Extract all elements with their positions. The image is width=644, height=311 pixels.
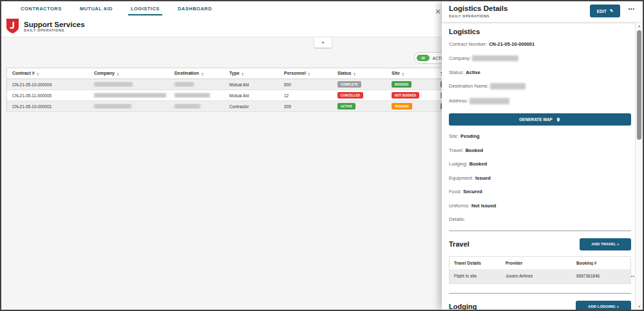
panel-body: Logistics Contract Number:CN-21-05-10-00… <box>442 23 635 310</box>
logistics-section-heading: Logistics <box>449 28 631 35</box>
site-badge: PENDING <box>392 103 412 109</box>
field-contract-number: Contract Number:CN-21-05-10-000001 <box>449 41 631 47</box>
cell-site: PENDING <box>386 103 435 109</box>
panel-title: Logistics Details <box>449 5 507 12</box>
sort-icon[interactable]: ▲▼ <box>402 72 404 76</box>
pencil-icon: ✎ <box>610 8 613 14</box>
sort-icon[interactable]: ▲▼ <box>201 72 204 76</box>
app-subtitle: DAILY OPERATIONS <box>24 28 85 32</box>
main-area: CONTRACTORS MUTUAL AID LOGISTICS DASHBOA… <box>1 1 442 310</box>
field-equipment: Equipment:Issued <box>449 175 631 181</box>
tab-contractors[interactable]: CONTRACTORS <box>21 1 62 15</box>
scroll-up-icon[interactable]: ▲ <box>636 24 643 28</box>
cell-destination-redacted <box>169 82 224 87</box>
field-details: Details: <box>449 216 631 222</box>
col-header-type[interactable]: Type▲▼ <box>224 71 279 75</box>
app-header: Support Services DAILY OPERATIONS <box>1 15 444 37</box>
cell-contract: CN-21-05-10-000001 <box>7 104 89 109</box>
table-row[interactable]: CN-21-05-10-000004 Mutual Aid 500 COMPLE… <box>7 79 451 90</box>
site-badge: BOOKED <box>392 81 412 88</box>
cell-company-redacted <box>89 82 169 87</box>
travel-table-header-row: Travel Details Provider Booking # <box>450 257 630 269</box>
juvare-shield-logo <box>6 19 19 33</box>
close-icon: ✕ <box>435 8 440 16</box>
col-header-company[interactable]: Company▲▼ <box>89 71 169 75</box>
field-company: Company: <box>449 55 631 62</box>
section-divider <box>449 293 631 294</box>
ellipsis-icon: ••• <box>629 6 635 11</box>
lodging-section-header: Lodging ADD LODGING + <box>449 301 631 310</box>
cell-personnel: 205 <box>279 104 332 109</box>
panel-header: Logistics Details DAILY OPERATIONS EDIT … <box>442 1 643 23</box>
scroll-down-icon[interactable]: ▼ <box>636 305 643 308</box>
travel-cell-booking: 6587361846 <box>572 274 631 278</box>
map-pin-icon <box>556 117 561 122</box>
field-travel: Travel:Booked <box>449 147 631 153</box>
field-status: Status:Active <box>449 70 631 75</box>
field-address: Address: <box>449 98 631 104</box>
field-uniforms: Uniforms:Not Issued <box>449 203 631 209</box>
add-travel-button[interactable]: ADD TRAVEL + <box>580 238 631 250</box>
table-row[interactable]: CN-21-05-10-000001 Contractor 205 ACTIVE… <box>7 101 451 112</box>
cell-contract: CN-21-05-10-000004 <box>7 82 89 87</box>
travel-cell-provider: Juvare Airlines <box>501 274 572 278</box>
travel-table-row[interactable]: Flight to site Juvare Airlines 658736184… <box>450 269 630 283</box>
travel-section-heading: Travel <box>449 240 469 248</box>
logistics-details-panel: Logistics Details DAILY OPERATIONS EDIT … <box>442 1 643 310</box>
field-site: Site:Pending <box>449 133 631 139</box>
site-badge: NOT BOOKED <box>392 92 419 99</box>
cell-company-redacted <box>89 93 169 98</box>
status-badge: COMPLETE <box>337 81 361 88</box>
status-badge: ACTIVE <box>337 103 355 109</box>
travel-col-provider: Provider <box>501 261 572 265</box>
cell-destination-redacted <box>169 93 224 98</box>
cell-contract: CN-21-05-11-000005 <box>7 93 89 98</box>
col-header-contract[interactable]: Contract #▲▼ <box>7 71 89 75</box>
status-badge: CANCELLED <box>337 92 363 99</box>
sort-icon[interactable]: ▲▼ <box>308 72 310 76</box>
field-destination-name: Destination Name: <box>449 83 631 90</box>
table-row[interactable]: CN-21-05-11-000005 Mutual Aid 12 CANCELL… <box>7 90 451 101</box>
expand-dropdown-button[interactable]: ▼ <box>314 37 332 48</box>
field-lodging: Lodging:Booked <box>449 161 631 167</box>
col-header-personnel[interactable]: Personnel▲▼ <box>279 71 332 75</box>
panel-scrollbar[interactable]: ▲ ▼ <box>635 23 643 310</box>
cell-company-redacted <box>89 104 169 109</box>
section-divider <box>449 231 631 231</box>
caret-down-icon: ▼ <box>321 41 325 44</box>
cell-type: Mutual Aid <box>224 82 279 87</box>
edit-button[interactable]: EDIT ✎ <box>590 5 620 17</box>
col-header-status[interactable]: Status▲▼ <box>332 71 386 75</box>
active-count-badge: 16 <box>417 55 430 61</box>
travel-col-booking: Booking # <box>572 261 631 265</box>
tab-dashboard[interactable]: DASHBOARD <box>178 1 212 15</box>
add-lodging-button[interactable]: ADD LODGING + <box>576 301 631 310</box>
top-nav: CONTRACTORS MUTUAL AID LOGISTICS DASHBOA… <box>1 1 444 15</box>
contracts-table: Contract #▲▼ Company▲▼ Destination▲▼ Typ… <box>6 68 451 112</box>
panel-subtitle: DAILY OPERATIONS <box>449 14 489 18</box>
tab-logistics[interactable]: LOGISTICS <box>131 1 160 15</box>
cell-status: COMPLETE <box>332 81 386 88</box>
sort-icon[interactable]: ▲▼ <box>37 72 39 76</box>
more-options-button[interactable]: ••• <box>629 6 635 11</box>
cell-personnel: 12 <box>279 93 332 98</box>
cell-type: Mutual Aid <box>224 93 279 98</box>
tab-mutual-aid[interactable]: MUTUAL AID <box>80 1 113 15</box>
travel-section-header: Travel ADD TRAVEL + <box>449 238 631 250</box>
app-window: CONTRACTORS MUTUAL AID LOGISTICS DASHBOA… <box>0 0 644 311</box>
app-title: Support Services <box>24 21 85 28</box>
field-food: Food:Secured <box>449 189 631 194</box>
sort-icon[interactable]: ▲▼ <box>353 72 355 76</box>
scrollbar-thumb[interactable] <box>637 30 641 140</box>
sort-icon[interactable]: ▲▼ <box>117 72 119 76</box>
generate-map-button[interactable]: GENERATE MAP <box>449 113 631 126</box>
cell-type: Contractor <box>224 104 279 109</box>
cell-site: NOT BOOKED <box>386 92 435 99</box>
col-header-site[interactable]: Site▲▼ <box>386 71 435 75</box>
cell-site: BOOKED <box>386 81 435 88</box>
travel-cell-details: Flight to site <box>450 274 501 278</box>
col-header-destination[interactable]: Destination▲▼ <box>169 71 224 75</box>
sort-icon[interactable]: ▲▼ <box>242 72 244 76</box>
cell-status: CANCELLED <box>332 92 386 99</box>
cell-personnel: 500 <box>279 82 332 87</box>
